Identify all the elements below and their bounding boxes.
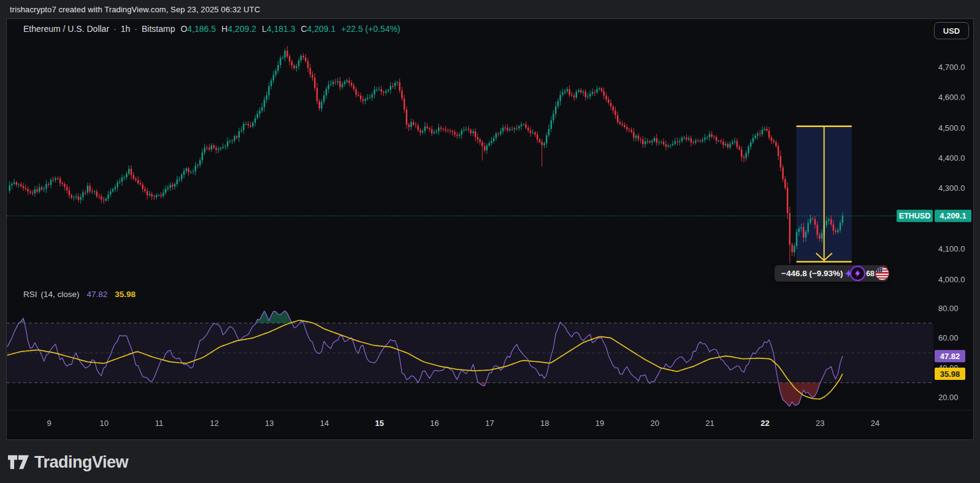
time-tick-label: 19 xyxy=(595,419,604,428)
price-tick-label: 4,000.0 xyxy=(938,275,965,284)
time-tick-label: 16 xyxy=(430,419,438,428)
change-label: +22.5 (+0.54%) xyxy=(341,24,400,34)
measure-count: 68 xyxy=(866,269,875,278)
separator-dot: · xyxy=(113,24,117,34)
exchange-label: Bitstamp xyxy=(142,24,175,34)
rsi-ma-value: 35.98 xyxy=(115,290,136,299)
measure-label: −446.8 (−9.93%) xyxy=(781,269,843,278)
footer: TradingView xyxy=(8,453,128,471)
separator-dot: · xyxy=(134,24,137,34)
rsi-params: (14, close) xyxy=(41,290,80,299)
price-tick-label: 4,400.0 xyxy=(938,153,965,163)
ohlc-low: L4,181.3 xyxy=(262,24,296,34)
time-tick-label: 21 xyxy=(705,419,714,428)
time-tick-label: 14 xyxy=(320,419,329,428)
time-tick-label: 15 xyxy=(375,419,384,428)
tradingview-logo-text[interactable]: TradingView xyxy=(34,453,128,472)
price-tick-label: 4,500.0 xyxy=(938,123,965,133)
currency-toggle-button[interactable]: USD xyxy=(934,22,969,39)
topbar: trishacrypto7 created with TradingView.c… xyxy=(0,0,980,18)
rsi-value: 47.82 xyxy=(87,290,108,299)
time-tick-label: 23 xyxy=(816,419,824,428)
lightning-icon xyxy=(850,266,865,281)
ohlc-close: C4,209.1 xyxy=(301,24,335,34)
rsi-band-levels xyxy=(7,323,933,382)
time-tick-label: 22 xyxy=(760,419,769,428)
symbol-title: Ethereum / U.S. Dollar xyxy=(23,24,109,34)
measure-tooltip: −446.8 (−9.93%) ✦ 68 xyxy=(775,265,888,282)
time-tick-label: 10 xyxy=(100,419,109,428)
time-tick-label: 20 xyxy=(651,419,659,428)
interval-label: 1h xyxy=(121,24,131,34)
time-tick-label: 24 xyxy=(871,419,879,428)
price-tick-label: 4,300.0 xyxy=(938,184,965,193)
rsi-ma-value-badge: 35.98 xyxy=(940,369,960,379)
rsi-title: RSI xyxy=(23,290,37,299)
topbar-attribution: trishacrypto7 created with TradingView.c… xyxy=(10,5,260,14)
ohlc-high: H4,209.2 xyxy=(221,24,256,34)
time-tick-label: 13 xyxy=(265,419,274,428)
symbol-badge: ETHUSD xyxy=(899,212,930,220)
rsi-value-badge: 47.82 xyxy=(940,352,960,361)
tradingview-snapshot-page: 4,700.04,600.04,500.04,400.04,300.04,100… xyxy=(0,0,980,483)
time-tick-label: 12 xyxy=(210,419,218,428)
rsi-legend: RSI (14, close) 47.82 35.98 xyxy=(23,289,136,299)
rsi-tick-label: 80.00 xyxy=(938,304,959,313)
time-tick-label: 17 xyxy=(485,419,494,428)
time-tick-label: 11 xyxy=(155,419,164,428)
time-tick-label: 9 xyxy=(47,419,51,428)
price-tick-label: 4,600.0 xyxy=(938,93,965,102)
chart-canvas: 4,700.04,600.04,500.04,400.04,300.04,100… xyxy=(0,0,980,483)
last-price-badge: 4,209.1 xyxy=(940,211,966,220)
ohlc-open: O4,186.5 xyxy=(180,24,216,34)
price-tick-label: 4,700.0 xyxy=(938,63,965,72)
tradingview-logo-icon[interactable] xyxy=(8,455,29,469)
time-tick-label: 18 xyxy=(540,419,549,428)
rsi-tick-label: 60.00 xyxy=(938,333,959,342)
us-flag-icon xyxy=(875,266,889,280)
price-tick-label: 4,100.0 xyxy=(938,244,965,253)
rsi-tick-label: 20.00 xyxy=(938,393,959,402)
chart-legend: Ethereum / U.S. Dollar · 1h · Bitstamp O… xyxy=(23,23,400,34)
